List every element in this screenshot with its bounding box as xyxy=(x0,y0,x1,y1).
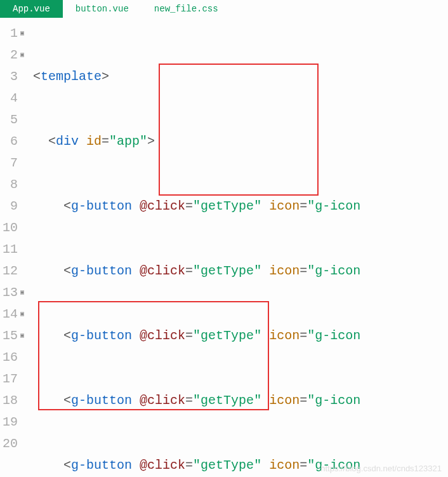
line-number: 12 xyxy=(0,260,18,282)
line-number: 17 xyxy=(0,368,18,390)
tab-new-file-css[interactable]: new_file.css xyxy=(142,0,231,18)
line-number: 8 xyxy=(0,174,18,196)
line-number: 6 xyxy=(0,131,18,152)
fold-icon[interactable]: ▣ xyxy=(19,304,25,325)
line-number: 1 xyxy=(0,23,18,44)
code-line: <g-button @click="getType" icon="g-icon xyxy=(33,260,360,282)
code-editor[interactable]: 1▣ 2▣ 3 4 5 6 7 8 9 10 11 12 13▣ 14▣ 15▣… xyxy=(0,18,448,477)
code-line: <template> xyxy=(33,66,360,88)
line-number: 4 xyxy=(0,88,18,109)
code-line: <div id="app"> xyxy=(33,131,360,152)
code-line: <g-button @click="getType" icon="g-icon xyxy=(33,455,360,476)
watermark: https://blog.csdn.net/cnds123321 xyxy=(320,464,442,473)
tab-button-vue[interactable]: button.vue xyxy=(63,0,142,18)
line-number: 14 xyxy=(0,304,18,325)
line-number: 2 xyxy=(0,44,18,66)
tab-bar: App.vue button.vue new_file.css xyxy=(0,0,448,18)
line-number: 16 xyxy=(0,347,18,368)
code-line: <g-button @click="getType" icon="g-icon xyxy=(33,325,360,347)
line-number: 13 xyxy=(0,282,18,304)
tab-app-vue[interactable]: App.vue xyxy=(0,0,63,18)
line-number: 9 xyxy=(0,196,18,217)
line-number: 10 xyxy=(0,217,18,239)
code-area[interactable]: <template> <div id="app"> <g-button @cli… xyxy=(32,18,360,477)
line-number: 5 xyxy=(0,109,18,131)
code-line: <g-button @click="getType" icon="g-icon xyxy=(33,390,360,412)
line-number: 19 xyxy=(0,412,18,433)
line-number: 15 xyxy=(0,325,18,347)
line-number: 18 xyxy=(0,390,18,412)
line-number: 11 xyxy=(0,239,18,260)
line-number-gutter: 1▣ 2▣ 3 4 5 6 7 8 9 10 11 12 13▣ 14▣ 15▣… xyxy=(0,18,32,477)
fold-icon[interactable]: ▣ xyxy=(19,282,25,304)
fold-icon[interactable]: ▣ xyxy=(19,325,25,347)
line-number: 3 xyxy=(0,66,18,88)
code-line: <g-button @click="getType" icon="g-icon xyxy=(33,196,360,217)
fold-icon[interactable]: ▣ xyxy=(19,44,25,66)
fold-icon[interactable]: ▣ xyxy=(19,23,25,44)
line-number: 20 xyxy=(0,433,18,455)
line-number: 7 xyxy=(0,152,18,174)
